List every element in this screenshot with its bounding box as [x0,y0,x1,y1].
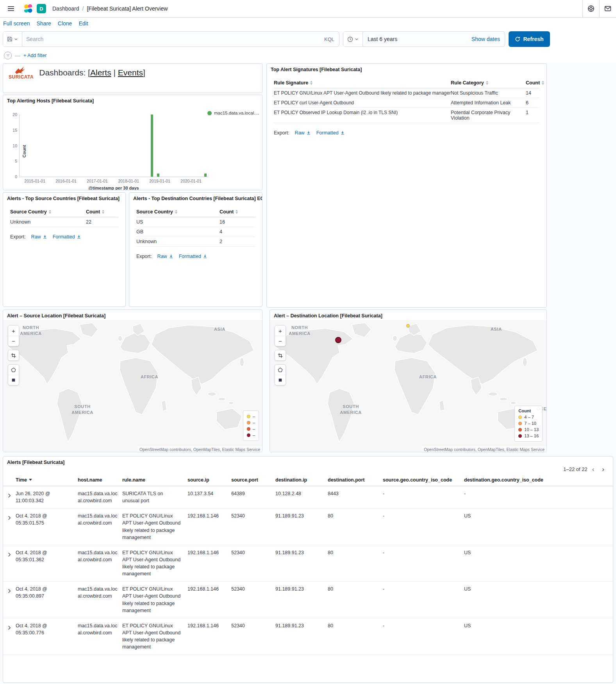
legend-dot [518,422,522,425]
expand-row-button[interactable] [7,586,12,593]
column-header-count[interactable]: Count [86,209,118,215]
x-axis-ticks: 2015-01-01 2016-01-01 2017-01-01 2018-01… [19,179,208,184]
saved-query-menu-button[interactable] [3,32,22,47]
legend-dot [247,433,250,437]
map-canvas[interactable]: NORTH AMERICA ASIA AFRICA SOUTH AMERICA … [3,320,262,452]
map-marker[interactable] [335,337,341,343]
crop-icon [278,353,283,358]
full-screen-button[interactable]: Full screen [3,20,30,27]
cell-country: GB [136,229,220,235]
search-input[interactable] [22,36,320,42]
column-header-rule-category[interactable]: Rule Category [451,80,526,86]
panel-title[interactable]: Top Alert Signatures [Filebeat Suricata] [267,64,546,74]
cell-country: US [136,219,220,225]
chart-legend-item[interactable]: mac15.data.va.local.... [207,111,259,115]
expand-row-button[interactable] [7,549,12,557]
download-icon [169,254,173,259]
panel-title[interactable]: Alert – Destination Location [Filebeat S… [270,310,546,320]
panel-title[interactable]: Alert – Source Location [Filebeat Surica… [3,310,262,320]
panel-title[interactable]: Top Alerting Hosts [Filebeat Suricata] [3,95,262,105]
export-raw-link[interactable]: Raw [295,130,311,136]
map-canvas[interactable]: NORTH AMERICA ASIA AFRICA SOUTH AMERICA … [270,320,546,452]
time-range-value[interactable]: Last 6 years [363,36,402,42]
filter-options-icon[interactable] [4,52,12,59]
alerts-dashboard-link[interactable]: Alerts [90,68,111,77]
x-tick: 2015-01-01 [24,179,45,183]
world-map [3,320,262,452]
events-dashboard-link[interactable]: Events [118,68,143,77]
zoom-out-button[interactable]: − [8,336,19,346]
dashboard-toolbar: Full screen Share Clone Edit [0,18,616,29]
menu-icon[interactable] [4,0,18,17]
show-dates-button[interactable]: Show dates [467,36,505,42]
draw-polygon-button[interactable] [8,365,19,375]
add-filter-button[interactable]: + Add filter [23,53,46,58]
column-header-source-country[interactable]: Source Country [10,209,86,215]
y-axis-label: Count [22,124,27,179]
export-raw-link[interactable]: Raw [157,254,173,259]
export-formatted-link[interactable]: Formatted [316,130,345,136]
crop-tool-button[interactable] [8,350,19,360]
help-icon[interactable] [582,0,599,17]
column-header-source-country[interactable]: Source Country [136,209,220,215]
world-map [270,320,546,452]
expand-row-button[interactable] [7,512,12,520]
panel-title[interactable]: Alerts - Top Destination Countries [File… [129,193,262,203]
panel-title[interactable]: Alerts - Top Source Countries [Filebeat … [3,193,125,203]
column-header-rule-signature[interactable]: Rule Signature [274,80,451,86]
clone-button[interactable]: Clone [58,20,72,27]
chart-bar[interactable] [204,174,207,177]
column-header-host-name[interactable]: host.name [78,474,122,486]
breadcrumb-dashboard[interactable]: Dashboard [52,5,79,12]
zoom-out-button[interactable]: − [275,336,286,346]
draw-polygon-button[interactable] [275,365,286,375]
draw-bounds-button[interactable] [8,375,19,385]
chart-bar[interactable] [157,174,159,177]
crop-tool-button[interactable] [275,350,286,360]
chart-bar[interactable] [151,115,153,177]
edit-button[interactable]: Edit [79,20,88,27]
map-controls: + − [275,325,286,385]
panel-dashboards-nav: SURICATA Dashboards: [Alerts | Events] [3,63,262,93]
column-header-count[interactable]: Count [526,80,545,86]
polygon-icon [278,367,283,372]
zoom-in-button[interactable]: + [275,326,286,336]
map-marker[interactable] [406,324,410,328]
column-header-destination-ip[interactable]: destination.ip [275,474,328,486]
column-header-source-ip[interactable]: source.ip [187,474,231,486]
zoom-in-button[interactable]: + [8,326,19,336]
column-header-time[interactable]: Time [16,474,78,486]
cell-destination-port: 80 [328,509,383,545]
column-header-destination-geo[interactable]: destination.geo.country_iso_code [464,474,613,486]
export-raw-link[interactable]: Raw [31,234,47,240]
destination-countries-table: Source Country Count US 16 GB 4 Unknown … [129,203,262,247]
panel-title[interactable]: Alerts [Filebeat Suricata] [3,457,613,465]
pagination-next-button[interactable]: › [599,466,607,473]
pagination-prev-button[interactable]: ‹ [589,466,598,473]
share-button[interactable]: Share [36,20,51,27]
time-quick-menu-button[interactable] [343,32,363,47]
mail-icon[interactable] [599,0,616,17]
column-header-rule-name[interactable]: rule.name [122,474,187,486]
column-header-source-geo[interactable]: source.geo.country_iso_code [383,474,464,486]
kql-toggle[interactable]: KQL [320,36,339,42]
column-header-source-port[interactable]: source.port [231,474,275,486]
cell-destination-port: 80 [328,618,383,655]
column-header-destination-port[interactable]: destination.port [328,474,383,486]
elastic-logo [23,4,33,13]
export-formatted-link[interactable]: Formatted [53,234,81,240]
export-formatted-link[interactable]: Formatted [179,254,207,259]
column-header-count[interactable]: Count [220,209,255,215]
draw-bounds-button[interactable] [275,375,286,385]
top-navigation-bar: D Dashboard / [Filebeat Suricata] Alert … [0,0,616,18]
space-badge[interactable]: D [37,4,46,13]
refresh-button[interactable]: Refresh [509,31,550,47]
legend-dot [518,434,522,438]
expand-row-button[interactable] [7,622,12,630]
legend-label: 7 – 10 [524,421,536,426]
cell-host-name: mac15.data.va.local.crowbird.com [78,509,122,545]
date-picker: Last 6 years Show dates [343,31,505,47]
chevron-down-icon [14,37,18,41]
expand-row-button[interactable] [7,490,12,498]
cell-rule-category: Not Suspicious Traffic [451,90,526,96]
